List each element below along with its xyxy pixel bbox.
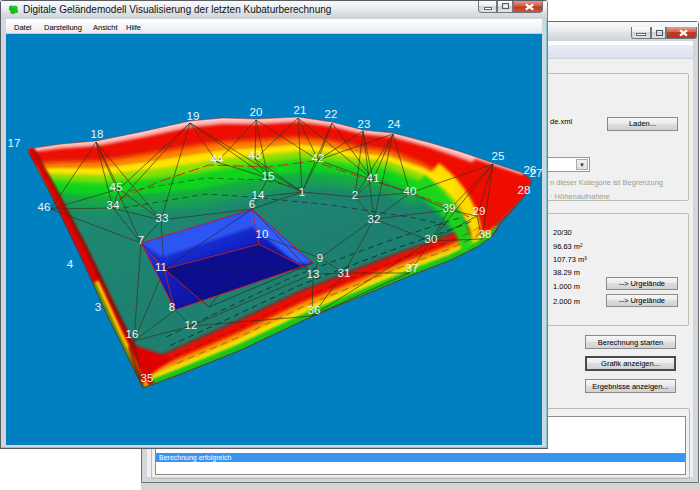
svg-text:2: 2 <box>352 189 358 201</box>
svg-text:3: 3 <box>95 301 101 313</box>
svg-text:31: 31 <box>338 267 351 279</box>
svg-text:30: 30 <box>425 233 438 245</box>
svg-text:37: 37 <box>406 262 419 274</box>
svg-text:39: 39 <box>443 202 456 214</box>
svg-text:21: 21 <box>294 104 307 116</box>
svg-text:42: 42 <box>312 152 325 164</box>
svg-text:25: 25 <box>492 150 505 162</box>
svg-text:1: 1 <box>299 186 305 198</box>
svg-text:29: 29 <box>473 205 486 217</box>
svg-text:24: 24 <box>388 118 401 130</box>
svg-text:4: 4 <box>67 258 74 270</box>
svg-text:22: 22 <box>325 108 338 120</box>
svg-text:36: 36 <box>308 304 321 316</box>
svg-text:20: 20 <box>250 106 263 118</box>
svg-text:18: 18 <box>91 128 104 140</box>
svg-text:10: 10 <box>256 228 269 240</box>
svg-text:35: 35 <box>141 372 154 384</box>
svg-text:15: 15 <box>262 170 275 182</box>
svg-text:19: 19 <box>187 110 200 122</box>
svg-text:12: 12 <box>185 319 198 331</box>
svg-text:41: 41 <box>367 172 380 184</box>
svg-text:11: 11 <box>155 261 167 273</box>
svg-text:44: 44 <box>211 153 224 165</box>
svg-text:17: 17 <box>8 137 21 149</box>
svg-text:33: 33 <box>156 212 169 224</box>
svg-text:7: 7 <box>138 234 144 246</box>
svg-text:46: 46 <box>38 201 51 213</box>
svg-text:8: 8 <box>169 301 175 313</box>
svg-text:40: 40 <box>404 185 417 197</box>
svg-text:38: 38 <box>479 228 492 240</box>
svg-text:13: 13 <box>307 268 320 280</box>
svg-text:28: 28 <box>518 184 531 196</box>
svg-text:9: 9 <box>317 252 323 264</box>
svg-text:23: 23 <box>358 118 371 130</box>
svg-text:32: 32 <box>368 213 381 225</box>
svg-text:6: 6 <box>249 198 255 210</box>
svg-text:43: 43 <box>249 149 262 161</box>
svg-text:16: 16 <box>126 328 139 340</box>
svg-text:45: 45 <box>110 181 123 193</box>
svg-text:34: 34 <box>107 199 120 211</box>
svg-text:27: 27 <box>530 167 542 179</box>
